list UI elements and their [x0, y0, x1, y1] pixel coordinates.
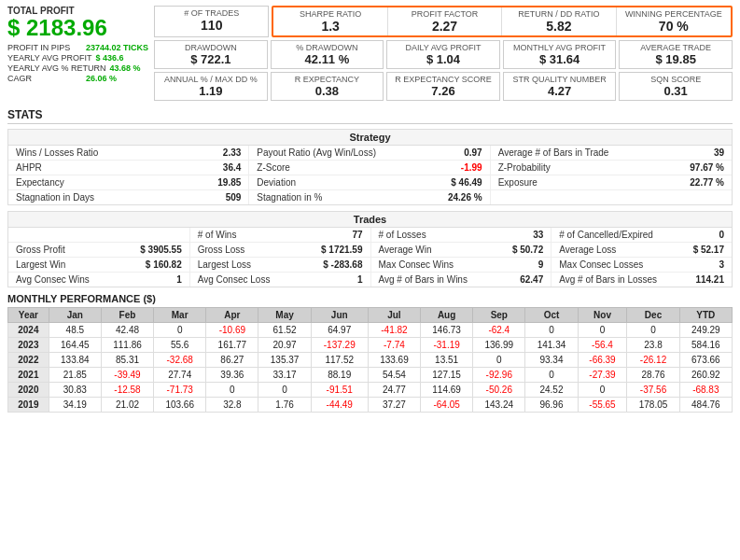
avg-win-label: Average Win: [379, 245, 432, 255]
monthly-cell-oct: 93.34: [525, 353, 578, 368]
monthly-cell-mar: -71.73: [154, 383, 206, 398]
monthly-cell-feb: 111.86: [101, 338, 153, 353]
r-expectancy-score-cell: R EXPECTANCY SCORE 7.26: [386, 72, 500, 101]
col-ytd: YTD: [679, 308, 732, 323]
profit-factor-label: PROFIT FACTOR: [392, 9, 497, 19]
max-consec-wins-value: 9: [538, 259, 544, 270]
monthly-cell-apr: -10.69: [206, 323, 258, 338]
drawdown-value: $ 722.1: [159, 52, 263, 66]
monthly-title: MONTHLY PERFORMANCE ($): [7, 293, 733, 304]
winning-pct-cell: WINNING PERCENTAGE 70 %: [617, 7, 731, 35]
sharpe-cell: SHARPE RATIO 1.3: [273, 7, 387, 35]
monthly-cell-ytd: 249.29: [679, 323, 732, 338]
r-expectancy-cell: R EXPECTANCY 0.38: [271, 72, 384, 101]
col-year: Year: [8, 308, 49, 323]
s-ahpr-label: AHPR: [16, 162, 42, 173]
s-avg-bars-label: Average # of Bars in Trade: [498, 147, 609, 158]
monthly-cell-may: 33.17: [258, 368, 311, 383]
avg-trade-label: AVERAGE TRADE: [623, 43, 728, 52]
s-payout-value: 0.97: [464, 147, 482, 158]
r-expectancy-score-value: 7.26: [391, 84, 496, 98]
s-zscore-value: -1.99: [461, 162, 482, 173]
r-expectancy-label: R EXPECTANCY: [275, 75, 380, 84]
monthly-cell-jul: 24.77: [368, 383, 420, 398]
yearly-avg-return-label: YEARLY AVG % RETURN: [7, 63, 106, 73]
monthly-cell-jan: 133.84: [49, 353, 101, 368]
monthly-cell-feb: 85.31: [101, 353, 153, 368]
drawdown-cell: DRAWDOWN $ 722.1: [154, 40, 268, 69]
monthly-cell-nov: 0: [578, 383, 627, 398]
monthly-cell-ytd: 673.66: [679, 353, 732, 368]
monthly-avg-value: $ 31.64: [508, 52, 612, 66]
monthly-cell-jun: -44.49: [311, 398, 368, 413]
monthly-cell-jun: 64.97: [311, 323, 368, 338]
winning-pct-value: 70 %: [621, 19, 727, 34]
monthly-cell-sep: -62.4: [473, 323, 525, 338]
s-stagnation-days-value: 509: [226, 192, 242, 203]
yearly-avg-profit-value: $ 436.6: [96, 53, 124, 63]
s-payout-label: Payout Ratio (Avg Win/Loss): [257, 147, 376, 158]
monthly-cell-jan: 164.45: [49, 338, 101, 353]
monthly-cell-jun: 88.19: [311, 368, 368, 383]
monthly-cell-year: 2022: [8, 353, 49, 368]
col-mar: Mar: [154, 308, 206, 323]
monthly-cell-oct: 24.52: [525, 383, 578, 398]
monthly-cell-apr: 0: [206, 383, 258, 398]
monthly-cell-ytd: 584.16: [679, 338, 732, 353]
cagr-label: CAGR: [7, 74, 82, 83]
str-quality-value: 4.27: [508, 84, 612, 98]
monthly-cell-dec: 0: [627, 323, 679, 338]
avg-trade-value: $ 19.85: [623, 52, 728, 66]
monthly-cell-dec: -37.56: [627, 383, 679, 398]
sqn-score-cell: SQN SCORE 0.31: [619, 72, 733, 101]
annual-pct-cell: ANNUAL % / MAX DD % 1.19: [154, 72, 268, 101]
num-cancelled-value: 0: [719, 230, 724, 240]
s-zprobability-value: 97.67 %: [690, 162, 724, 173]
monthly-cell-ytd: -68.83: [679, 383, 732, 398]
max-consec-losses-label: Max Consec Losses: [559, 259, 643, 270]
col-aug: Aug: [421, 308, 473, 323]
monthly-cell-dec: 28.76: [627, 368, 679, 383]
monthly-cell-sep: -92.96: [473, 368, 525, 383]
monthly-cell-jun: 117.52: [311, 353, 368, 368]
monthly-cell-oct: 141.34: [525, 338, 578, 353]
sharpe-value: 1.3: [277, 19, 383, 34]
pct-drawdown-cell: % DRAWDOWN 42.11 %: [271, 40, 384, 69]
monthly-cell-apr: 161.77: [206, 338, 258, 353]
strategy-title: Strategy: [8, 130, 732, 146]
monthly-cell-aug: -31.19: [421, 338, 473, 353]
s-wins-losses-value: 2.33: [223, 147, 241, 158]
monthly-cell-year: 2019: [8, 398, 49, 413]
s-zprobability-label: Z-Probability: [498, 162, 551, 173]
max-consec-losses-value: 3: [719, 259, 724, 270]
num-trades-value: 110: [159, 18, 264, 33]
monthly-cell-dec: 23.8: [627, 338, 679, 353]
drawdown-label: DRAWDOWN: [159, 43, 263, 52]
s-stagnation-pct-value: 24.26 %: [448, 192, 482, 203]
monthly-cell-apr: 32.8: [206, 398, 258, 413]
str-quality-label: STR QUALITY NUMBER: [508, 75, 612, 84]
avg-consec-wins-value: 1: [176, 274, 182, 285]
monthly-cell-mar: 55.6: [154, 338, 206, 353]
avg-bars-losses-value: 114.21: [695, 274, 724, 285]
monthly-cell-jul: -7.74: [368, 338, 420, 353]
profit-pips-value: 23744.02 TICKS: [86, 43, 148, 52]
s-stagnation-days-label: Stagnation in Days: [16, 192, 94, 203]
monthly-table: Year Jan Feb Mar Apr May Jun Jul Aug Sep…: [7, 307, 733, 413]
trades-section: Trades # of Wins 77 # of Losses 33 # of …: [7, 211, 733, 287]
monthly-cell-jul: 133.69: [368, 353, 420, 368]
monthly-cell-feb: 42.48: [101, 323, 153, 338]
col-sep: Sep: [473, 308, 525, 323]
sqn-score-value: 0.31: [623, 84, 728, 98]
metrics-grid: # OF TRADES 110 SHARPE RATIO 1.3 PROFIT …: [154, 6, 733, 101]
col-dec: Dec: [627, 308, 679, 323]
monthly-cell-feb: 21.02: [101, 398, 153, 413]
gross-profit-label: Gross Profit: [16, 245, 65, 255]
monthly-cell-mar: 27.74: [154, 368, 206, 383]
largest-loss-value: $ -283.68: [323, 259, 362, 270]
s-avg-bars-value: 39: [714, 147, 724, 158]
return-dd-cell: RETURN / DD RATIO 5.82: [502, 7, 616, 35]
num-trades-cell: # OF TRADES 110: [154, 6, 269, 37]
monthly-cell-aug: 114.69: [421, 383, 473, 398]
s-stagnation-pct-label: Stagnation in %: [257, 192, 322, 203]
